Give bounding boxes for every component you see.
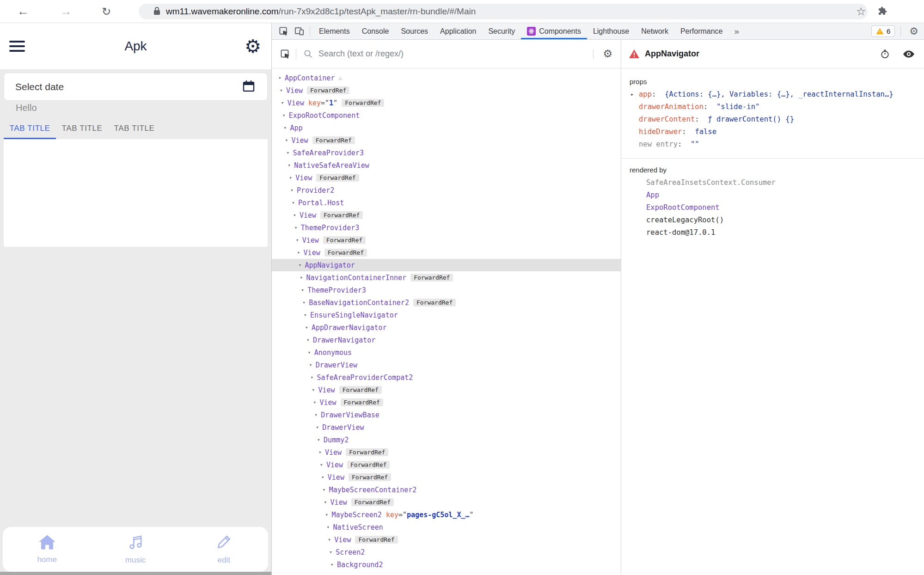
tree-row[interactable]: ▾ExpoRootComponent: [272, 109, 621, 122]
forward-icon[interactable]: →: [56, 4, 76, 18]
devtools-settings-gear-icon[interactable]: ⚙: [904, 25, 924, 37]
prop-name: app: [639, 90, 652, 98]
tree-row[interactable]: ▾NativeScreen: [272, 521, 621, 533]
date-picker-field[interactable]: Select date: [4, 73, 268, 101]
components-settings-gear-icon[interactable]: ⚙: [596, 48, 615, 60]
prop-name: drawerAnimation: [639, 103, 704, 111]
tree-row[interactable]: ▾AppDrawerNavigator: [272, 321, 621, 334]
tree-row[interactable]: ▾Anonymous: [272, 346, 621, 359]
tree-row[interactable]: ▾ViewForwardRef: [272, 533, 621, 546]
tree-row[interactable]: ▾ViewForwardRef: [272, 459, 621, 471]
back-icon[interactable]: ←: [13, 4, 33, 18]
tree-row[interactable]: ▾Screen2: [272, 546, 621, 558]
bookmark-star-icon[interactable]: ☆: [856, 5, 866, 18]
nav-item-edit[interactable]: edit: [180, 534, 268, 565]
prop-row[interactable]: drawerAnimation: "slide-in": [621, 101, 924, 113]
bottom-navbar: homemusicedit: [3, 527, 268, 572]
home-icon: [38, 534, 56, 552]
prop-row[interactable]: drawerContent: ƒ drawerContent() {}: [621, 113, 924, 126]
tree-row[interactable]: ▾ViewForwardRef: [272, 171, 621, 184]
nav-item-music[interactable]: music: [91, 534, 179, 565]
pick-component-icon[interactable]: [277, 40, 293, 68]
component-name: AppContainer: [285, 74, 335, 82]
component-search-input[interactable]: Search (text or /regex/): [299, 49, 590, 59]
more-tabs-icon[interactable]: »: [728, 26, 745, 37]
devtools-tab-components[interactable]: Components: [521, 23, 587, 39]
app-tab-2[interactable]: TAB TITLE: [56, 118, 108, 139]
tree-row[interactable]: ▾SafeAreaProvider3: [272, 147, 621, 159]
app-tab-1[interactable]: TAB TITLE: [4, 118, 56, 139]
inspect-dom-eye-icon[interactable]: [899, 49, 918, 59]
expand-arrow-icon: ▾: [282, 112, 289, 118]
devtools-tab-performance[interactable]: Performance: [674, 23, 729, 39]
tree-row[interactable]: ▾ViewForwardRef: [272, 234, 621, 246]
tree-row[interactable]: ▾ViewForwardRef: [272, 134, 621, 147]
tree-row[interactable]: ▾DrawerViewBase: [272, 409, 621, 421]
tree-row[interactable]: ▾App: [272, 122, 621, 134]
expand-arrow-icon: ▾: [329, 549, 336, 555]
tree-row[interactable]: ▾ViewForwardRef: [272, 209, 621, 221]
tree-row[interactable]: ▾NativeSafeAreaView: [272, 159, 621, 171]
props-section: props ▸app: {Actions: {…}, Variables: {……: [621, 68, 924, 159]
tree-row[interactable]: ▾ViewForwardRef: [272, 246, 621, 259]
tree-row[interactable]: ▾ViewForwardRef: [272, 384, 621, 396]
tree-row[interactable]: ▾Dummy2: [272, 434, 621, 446]
app-settings-gear-icon[interactable]: ⚙: [245, 37, 261, 55]
profiler-stopwatch-icon[interactable]: [876, 49, 894, 59]
component-name: View: [300, 211, 316, 220]
tree-row[interactable]: ▾DrawerNavigator: [272, 334, 621, 346]
app-tab-3[interactable]: TAB TITLE: [108, 118, 160, 139]
tree-row[interactable]: ▾ViewForwardRef: [272, 446, 621, 459]
tree-row[interactable]: ▾Viewkey="1"ForwardRef: [272, 97, 621, 109]
device-toolbar-icon[interactable]: [291, 23, 307, 39]
reload-icon[interactable]: ↻: [96, 5, 116, 18]
tree-row[interactable]: ▾ViewForwardRef: [272, 496, 621, 508]
inspect-element-icon[interactable]: [275, 23, 291, 39]
tree-row[interactable]: ▾ViewForwardRef: [272, 396, 621, 409]
component-name: DrawerView: [316, 361, 357, 369]
divider: [310, 26, 310, 37]
prop-value: ƒ drawerContent() {}: [708, 115, 794, 123]
expand-arrow-icon: ▾: [316, 424, 322, 430]
devtools-tab-lighthouse[interactable]: Lighthouse: [587, 23, 635, 39]
component-name: ExpoRootComponent: [289, 111, 360, 120]
calendar-icon[interactable]: [241, 79, 256, 95]
devtools-tab-security[interactable]: Security: [482, 23, 521, 39]
tree-row[interactable]: ▾ViewForwardRef: [272, 471, 621, 483]
tree-row[interactable]: ▾AppNavigator: [272, 259, 621, 271]
devtools-tab-application[interactable]: Application: [434, 23, 482, 39]
devtools-tab-sources[interactable]: Sources: [395, 23, 434, 39]
tree-row[interactable]: ▾SafeAreaProviderCompat2: [272, 371, 621, 384]
address-bar[interactable]: wm11.wavemakeronline.com/run-7x9x2d8c1p/…: [139, 4, 868, 19]
tree-row[interactable]: ▾ThemeProvider3: [272, 221, 621, 234]
tree-row[interactable]: ▾DrawerView: [272, 421, 621, 434]
warnings-badge[interactable]: 6: [871, 25, 895, 37]
tree-row[interactable]: ▾MaybeScreenContainer2: [272, 483, 621, 496]
tree-row[interactable]: ▾ThemeProvider3: [272, 284, 621, 296]
devtools-tab-elements[interactable]: Elements: [313, 23, 356, 39]
tree-row[interactable]: ▾ViewForwardRef: [272, 84, 621, 97]
devtools-tab-console[interactable]: Console: [356, 23, 395, 39]
prop-row[interactable]: hideDrawer: false: [621, 126, 924, 138]
tree-row[interactable]: ▾NavigationContainerInnerForwardRef: [272, 271, 621, 284]
extensions-puzzle-icon[interactable]: [876, 6, 887, 19]
lock-icon[interactable]: [153, 6, 160, 17]
rendered-by-item[interactable]: App: [621, 189, 924, 202]
tree-row[interactable]: ▾Provider2: [272, 184, 621, 196]
rendered-by-item[interactable]: ExpoRootComponent: [621, 202, 924, 214]
hamburger-menu-icon[interactable]: [9, 41, 25, 52]
tree-row[interactable]: ▾Portal.Host: [272, 196, 621, 209]
tree-row[interactable]: ▾MaybeScreen2key="pages-gC5ol_X_…": [272, 508, 621, 521]
tree-row[interactable]: ▾Background2: [272, 558, 621, 571]
tree-row[interactable]: ▾BaseNavigationContainer2ForwardRef: [272, 296, 621, 309]
component-tree[interactable]: ▾AppContainer⚠▾ViewForwardRef▾Viewkey="1…: [272, 68, 621, 575]
nav-item-home[interactable]: home: [3, 534, 91, 564]
prop-row[interactable]: ▸app: {Actions: {…}, Variables: {…}, _re…: [621, 88, 924, 101]
expand-arrow-icon: ▾: [278, 75, 285, 81]
tree-row[interactable]: ▾DrawerView: [272, 359, 621, 371]
browser-toolbar: ← → ↻ wm11.wavemakeronline.com/run-7x9x2…: [0, 0, 924, 23]
tree-row[interactable]: ▾AppContainer⚠: [272, 72, 621, 84]
devtools-tab-network[interactable]: Network: [635, 23, 674, 39]
tree-row[interactable]: ▾EnsureSingleNavigator: [272, 309, 621, 321]
prop-row[interactable]: new entry: "": [621, 138, 924, 151]
